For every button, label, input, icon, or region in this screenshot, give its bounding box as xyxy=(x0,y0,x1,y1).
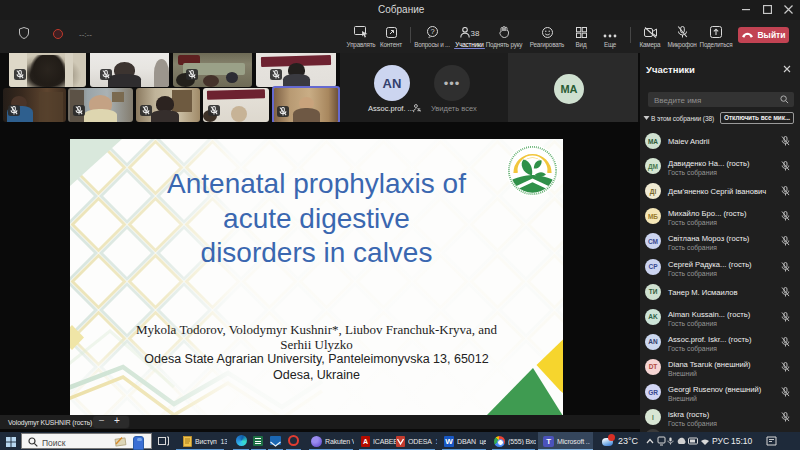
svg-text:?: ? xyxy=(430,27,434,36)
